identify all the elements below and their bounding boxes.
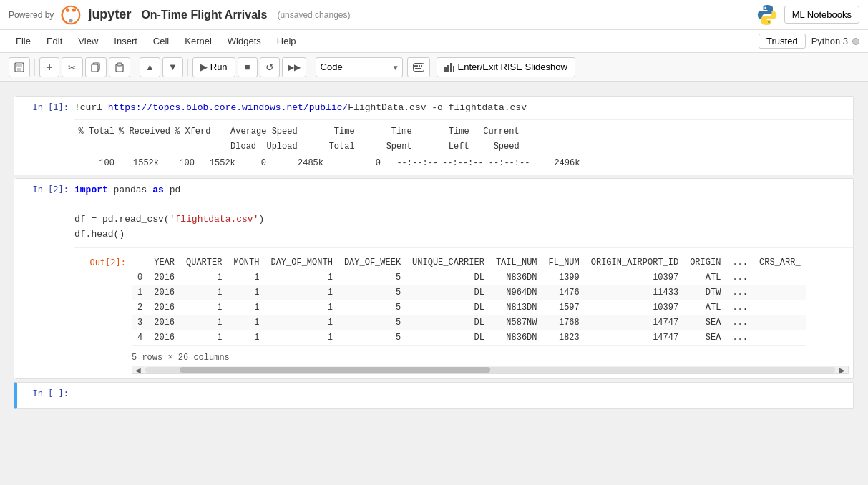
menu-help[interactable]: Help (270, 34, 303, 49)
add-cell-button[interactable]: + (39, 57, 59, 77)
cell-row2-crs-arr (754, 300, 806, 315)
kernel-info: Python 3 (811, 36, 859, 46)
curl-output: % Total % Received % Xferd Average Speed… (74, 124, 849, 170)
svg-rect-22 (447, 65, 449, 72)
cell-row2-unique-carrier: DL (406, 300, 490, 315)
cell-3-input[interactable] (74, 387, 849, 404)
menubar: File Edit View Insert Cell Kernel Widget… (0, 30, 868, 53)
menu-edit[interactable]: Edit (39, 34, 69, 49)
cell-row3-origin: SEA (684, 315, 726, 330)
horizontal-scrollbar[interactable]: ◀ ▶ (132, 366, 849, 374)
col-header-origin: ORIGIN (684, 255, 726, 270)
ml-notebooks-button[interactable]: ML Notebooks (784, 6, 859, 24)
move-down-button[interactable]: ▼ (162, 57, 183, 77)
cell-2-content[interactable]: import pandas as pd df = pd.read_csv('fl… (74, 179, 853, 247)
copy-icon (91, 62, 101, 72)
cell-row1-day-of-month: 1 (265, 285, 338, 300)
cell-row4-origin-airport-id: 14747 (585, 330, 684, 346)
cell-type-select[interactable]: Code Markdown Raw NBConvert (316, 57, 403, 77)
cell-1-inner: In [1]: !curl https://topcs.blob.core.wi… (17, 97, 853, 119)
col-header-year: YEAR (148, 255, 180, 270)
rise-slideshow-button[interactable]: Enter/Exit RISE Slideshow (437, 57, 575, 77)
cell-2-prompt: In [2]: (17, 179, 74, 200)
col-header-tail-num: TAIL_NUM (490, 255, 543, 270)
trusted-button[interactable]: Trusted (759, 34, 806, 49)
menu-kernel[interactable]: Kernel (177, 34, 219, 49)
restart-button[interactable]: ↺ (260, 57, 280, 77)
scroll-track[interactable] (145, 367, 835, 373)
fast-forward-icon: ▶▶ (288, 62, 301, 72)
run-all-button[interactable]: ▶▶ (282, 57, 306, 77)
table-row: 3 2016 1 1 1 5 DL N587NW 1768 14747 (132, 315, 806, 330)
menu-widgets[interactable]: Widgets (220, 34, 268, 49)
cell-3-content[interactable] (74, 383, 853, 408)
svg-rect-19 (421, 65, 422, 67)
dataframe-table: YEAR QUARTER MONTH DAY_OF_MONTH DAY_OF_W… (132, 255, 806, 346)
scroll-thumb[interactable] (180, 367, 490, 373)
save-button[interactable] (9, 57, 30, 77)
cell-row4-quarter: 1 (180, 330, 228, 346)
svg-rect-23 (450, 63, 452, 72)
cell-row2-year: 2016 (148, 300, 180, 315)
cell-row3-crs-arr (754, 315, 806, 330)
menu-view[interactable]: View (71, 34, 105, 49)
menu-cell[interactable]: Cell (146, 34, 176, 49)
header-right: ML Notebooks (756, 4, 859, 26)
unsaved-changes-label: (unsaved changes) (277, 10, 350, 20)
chart-bar-icon (444, 63, 454, 72)
cell-2-out-prompt: Out[2]: (74, 252, 132, 374)
col-header-quarter: QUARTER (180, 255, 228, 270)
cell-row3-quarter: 1 (180, 315, 228, 330)
cell-row4-tail-num: N836DN (490, 330, 543, 346)
cell-row0-ellipsis: ... (726, 270, 754, 285)
cell-row3-year: 2016 (148, 315, 180, 330)
cell-row1-tail-num: N964DN (490, 285, 543, 300)
kernel-status-indicator (852, 38, 859, 45)
cell-row0-fl-num: 1399 (543, 270, 585, 285)
paste-button[interactable] (109, 57, 130, 77)
cell-row1-origin-airport-id: 11433 (585, 285, 684, 300)
cell-row2-day-of-month: 1 (265, 300, 338, 315)
notebook-area: In [1]: !curl https://topcs.blob.core.wi… (0, 82, 868, 485)
cell-row2-fl-num: 1597 (543, 300, 585, 315)
cell-1-content[interactable]: !curl https://topcs.blob.core.windows.ne… (74, 97, 853, 119)
cell-3-prompt: In [ ]: (17, 383, 74, 404)
cell-row3-origin-airport-id: 14747 (585, 315, 684, 330)
cell-row1-day-of-week: 5 (338, 285, 406, 300)
svg-point-5 (764, 6, 766, 8)
cell-row3-month: 1 (228, 315, 265, 330)
svg-point-2 (66, 8, 69, 11)
powered-by-label: Powered by (9, 10, 54, 20)
header: Powered by jupyter On-Time Flight Arriva… (0, 0, 868, 30)
plus-icon: + (46, 61, 52, 74)
move-up-button[interactable]: ▲ (140, 57, 160, 77)
save-icon (14, 62, 24, 72)
toolbar: + ✂ ▲ ▼ ▶ Run ■ ↺ ▶▶ Code Markdown R (0, 53, 868, 82)
cell-row4-unique-carrier: DL (406, 330, 490, 346)
cell-3[interactable]: In [ ]: (14, 382, 854, 409)
arrow-down-icon: ▼ (168, 62, 177, 72)
cell-row2-origin: ATL (684, 300, 726, 315)
cell-2-out-inner: Out[2]: YEAR QUARTER MONTH DAY_OF_MONTH (74, 252, 849, 374)
stop-button[interactable]: ■ (238, 57, 258, 77)
svg-rect-16 (414, 65, 416, 67)
cell-row0-year: 2016 (148, 270, 180, 285)
cell-row1-ellipsis: ... (726, 285, 754, 300)
copy-button[interactable] (85, 57, 107, 77)
scroll-right-icon[interactable]: ▶ (837, 366, 848, 374)
cell-row2-index: 2 (132, 300, 148, 315)
menu-file[interactable]: File (9, 34, 38, 49)
menu-insert[interactable]: Insert (107, 34, 145, 49)
run-button[interactable]: ▶ Run (192, 57, 235, 77)
separator-1 (34, 59, 35, 76)
cell-row2-month: 1 (228, 300, 265, 315)
cut-button[interactable]: ✂ (62, 57, 83, 77)
dataframe-scroll[interactable]: YEAR QUARTER MONTH DAY_OF_MONTH DAY_OF_W… (132, 252, 849, 348)
keyboard-shortcut-button[interactable] (407, 57, 430, 77)
cell-row3-day-of-month: 1 (265, 315, 338, 330)
cell-row4-day-of-week: 5 (338, 330, 406, 346)
scroll-left-icon[interactable]: ◀ (132, 366, 144, 374)
cell-type-select-wrapper[interactable]: Code Markdown Raw NBConvert ▼ (316, 57, 403, 77)
rise-label: Enter/Exit RISE Slideshow (458, 62, 567, 72)
svg-rect-18 (419, 65, 420, 67)
